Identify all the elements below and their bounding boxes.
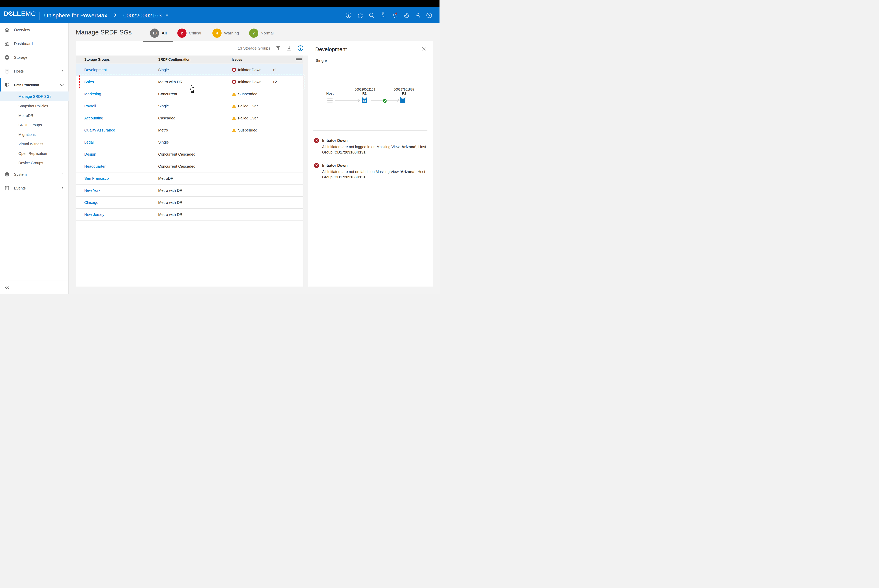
svg-text:I/O: I/O: [363, 100, 366, 102]
